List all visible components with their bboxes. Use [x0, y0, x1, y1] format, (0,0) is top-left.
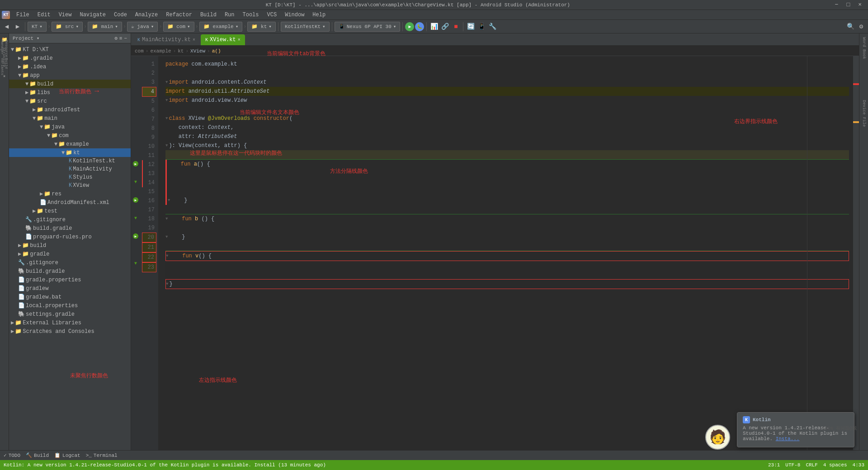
- profile-button[interactable]: 📊: [429, 22, 439, 32]
- tree-item-idea[interactable]: ▶ 📁 .idea: [9, 62, 131, 71]
- example-dropdown[interactable]: 📁 example ▾: [199, 22, 242, 32]
- run-gutter-20[interactable]: ▶: [133, 233, 138, 239]
- sync-button[interactable]: 🔄: [466, 22, 476, 32]
- menu-item-file[interactable]: File: [13, 11, 33, 19]
- tree-item-libs[interactable]: ▶ 📁 libs: [9, 88, 131, 97]
- tree-item-xview[interactable]: K XView: [9, 181, 131, 190]
- gutter-14[interactable]: ▼: [131, 177, 140, 186]
- fold-marker-5[interactable]: ▼: [165, 96, 168, 105]
- sdk-button[interactable]: 🔧: [487, 22, 497, 32]
- project-dropdown[interactable]: KT ▾: [28, 22, 47, 32]
- back-button[interactable]: ◀: [2, 22, 12, 32]
- tree-item-gradle-dot[interactable]: ▶ 📁 .gradle: [9, 54, 131, 62]
- tree-item-kotlintest[interactable]: K KotlinTest.kt: [9, 157, 131, 165]
- tree-item-example[interactable]: ▼ 📁 example: [9, 140, 131, 148]
- tab-mainactivity[interactable]: K MainActivity.kt ×: [133, 34, 200, 45]
- tree-item-settings-gradle[interactable]: 🐘 settings.gradle: [9, 310, 131, 318]
- favorites-icon[interactable]: ★: [0, 71, 9, 80]
- build-button[interactable]: 🔨 Build: [26, 452, 49, 458]
- line-ending-indicator[interactable]: CRLF: [806, 462, 817, 468]
- gutter-18[interactable]: ▼: [131, 214, 140, 223]
- menu-item-analyze[interactable]: Analyze: [132, 11, 161, 19]
- tree-item-build-app[interactable]: ▼ 📁 build: [9, 80, 131, 88]
- xview-tab-close[interactable]: ×: [238, 38, 241, 43]
- install-link[interactable]: Insta...: [776, 436, 800, 442]
- menu-item-view[interactable]: View: [55, 11, 75, 19]
- tree-item-java[interactable]: ▼ 📁 java: [9, 123, 131, 131]
- avd-button[interactable]: 📱: [476, 22, 486, 32]
- menu-item-code[interactable]: Code: [110, 11, 131, 19]
- stop-button[interactable]: ■: [451, 22, 461, 32]
- breadcrumb-example[interactable]: example: [150, 48, 171, 54]
- gutter-12[interactable]: ▶: [131, 159, 140, 168]
- minimize-button[interactable]: −: [832, 1, 841, 8]
- tree-item-test[interactable]: ▶ 📁 test: [9, 207, 131, 215]
- tree-item-local-props[interactable]: 📄 local.properties: [9, 301, 131, 310]
- debug-button[interactable]: 🐛: [415, 22, 424, 31]
- tree-item-gradlew[interactable]: 📄 gradlew: [9, 284, 131, 293]
- cog-icon[interactable]: ⚙: [114, 35, 118, 41]
- tree-item-res[interactable]: ▶ 📁 res: [9, 190, 131, 198]
- menu-item-tools[interactable]: Tools: [239, 11, 263, 19]
- fold-marker-14[interactable]: ▼: [168, 196, 170, 205]
- encoding-indicator[interactable]: UTF-8: [785, 462, 800, 468]
- tab-xview[interactable]: K XView.kt ×: [201, 34, 245, 45]
- fold-14[interactable]: ▼: [134, 180, 137, 185]
- fold-marker-7[interactable]: ▼: [165, 114, 168, 123]
- attach-button[interactable]: 🔗: [440, 22, 450, 32]
- device-dropdown[interactable]: 📱 Nexus 6P API 30 ▾: [335, 22, 401, 32]
- main-dropdown[interactable]: 📁 main ▾: [88, 22, 122, 32]
- fold-23[interactable]: ▼: [134, 261, 137, 266]
- java-dropdown[interactable]: ☕ java ▾: [127, 22, 158, 32]
- fold-marker-10[interactable]: ▼: [165, 141, 168, 150]
- breadcrumb-a[interactable]: a(): [212, 48, 221, 54]
- menu-item-navigate[interactable]: Navigate: [76, 11, 109, 19]
- fold-18[interactable]: ▼: [134, 216, 137, 221]
- menu-item-window[interactable]: Window: [281, 11, 308, 19]
- tree-item-kt-root[interactable]: ▼ 📁 KT D:\KT: [9, 45, 131, 54]
- tree-item-kt[interactable]: ▼ 📁 kt: [9, 148, 131, 157]
- tree-item-gradlew-bat[interactable]: 📄 gradlew.bat: [9, 293, 131, 301]
- device-file-tab[interactable]: Device File: [861, 98, 867, 128]
- tree-item-gitignore-root[interactable]: 🔧 .gitignore: [9, 258, 131, 267]
- menu-item-run[interactable]: Run: [221, 11, 238, 19]
- maximize-button[interactable]: □: [844, 1, 853, 8]
- tree-item-src[interactable]: ▼ 📁 src: [9, 97, 131, 105]
- tree-item-ext-libs[interactable]: ▶ 📁 External Libraries: [9, 318, 131, 327]
- tree-item-stylus[interactable]: K Stylus: [9, 173, 131, 181]
- breadcrumb-xview[interactable]: XView: [190, 48, 205, 54]
- forward-button[interactable]: ▶: [13, 22, 23, 32]
- fold-marker-3[interactable]: ▼: [165, 78, 168, 87]
- menu-item-edit[interactable]: Edit: [34, 11, 54, 19]
- logcat-button[interactable]: 📋 Logcat: [54, 452, 80, 458]
- gutter-23[interactable]: ▼: [131, 259, 140, 268]
- com-dropdown[interactable]: 📁 com ▾: [163, 22, 194, 32]
- run-gutter-12[interactable]: ▶: [133, 161, 138, 166]
- tree-item-proguard[interactable]: 📄 proguard-rules.pro: [9, 233, 131, 241]
- hide-icon[interactable]: −: [124, 36, 127, 41]
- gutter-16[interactable]: ▶: [131, 195, 140, 204]
- search-everywhere-button[interactable]: 🔍: [845, 22, 855, 32]
- breadcrumb-com[interactable]: com: [135, 48, 144, 54]
- word-book-tab[interactable]: Word Book: [861, 35, 867, 61]
- tree-item-com[interactable]: ▼ 📁 com: [9, 131, 131, 140]
- tree-item-gradle-root[interactable]: ▶ 📁 gradle: [9, 250, 131, 258]
- tree-item-build-root[interactable]: ▶ 📁 build: [9, 241, 131, 250]
- settings-button[interactable]: ⚙: [856, 22, 866, 32]
- mainactivity-tab-close[interactable]: ×: [193, 38, 195, 43]
- tree-item-main[interactable]: ▼ 📁 main: [9, 114, 131, 123]
- tree-item-manifest[interactable]: 📄 AndroidManifest.xml: [9, 198, 131, 207]
- menu-item-help[interactable]: Help: [309, 11, 329, 19]
- tree-item-gradle-props[interactable]: 📄 gradle.properties: [9, 275, 131, 284]
- kt-dropdown[interactable]: 📁 kt ▾: [247, 22, 275, 32]
- code-content[interactable]: package com.example.kt ▼ import android.…: [158, 56, 853, 450]
- src-dropdown[interactable]: 📁 src ▾: [52, 22, 83, 32]
- tree-item-mainactivity[interactable]: K MainActivity: [9, 165, 131, 173]
- indent-indicator[interactable]: 4 spaces: [823, 462, 847, 468]
- todo-button[interactable]: ✓ TODO: [4, 452, 20, 458]
- run-button[interactable]: ▶: [405, 22, 414, 31]
- fold-marker-23[interactable]: ▼: [166, 280, 168, 289]
- run-gutter-16[interactable]: ▶: [133, 197, 138, 203]
- kotlintest-dropdown[interactable]: KotlinTestKt ▾: [281, 22, 330, 32]
- tree-item-scratches[interactable]: ▶ 📁 Scratches and Consoles: [9, 327, 131, 336]
